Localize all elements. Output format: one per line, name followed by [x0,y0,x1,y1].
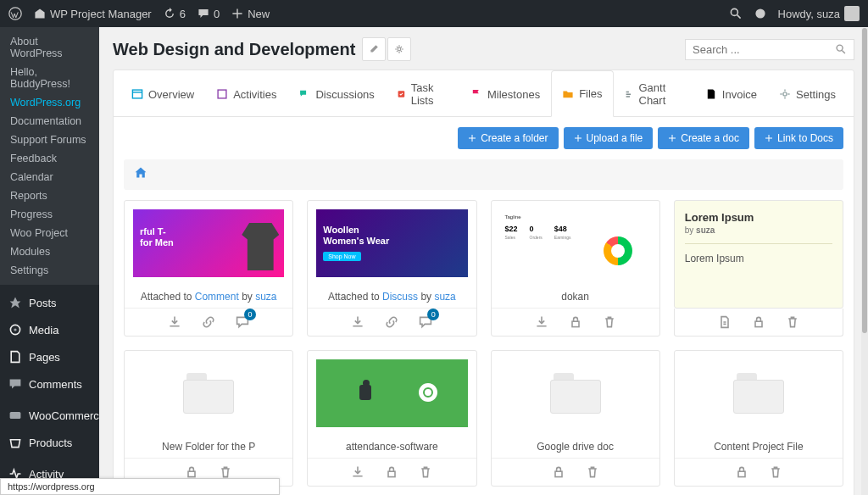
file-card[interactable]: Google drive doc [491,350,660,487]
sidebar-sub-item[interactable]: Feedback [0,149,99,168]
tab-files[interactable]: Files [551,70,613,117]
sidebar-menu-products[interactable]: Products [0,429,99,456]
comment-icon[interactable]: 0 [419,315,432,329]
sidebar-sub-item[interactable]: Support Forums [0,131,99,149]
file-card[interactable]: Tagline$22Sales0Orders$48Earningsdokan [491,200,660,336]
comments-count[interactable]: 0 [198,8,220,20]
tab-icon [779,88,791,100]
doc-title: Lorem Ipsum [685,211,832,224]
sidebar-sub-item[interactable]: Progress [0,205,99,224]
sidebar-menu-pages[interactable]: Pages [0,343,99,370]
file-thumb: Tagline$22Sales0Orders$48Earnings [492,201,659,286]
sidebar-menu-woocommerce[interactable]: WooCommerce [0,402,99,429]
file-thumb [675,351,843,436]
woo-icon [8,409,22,422]
download-icon[interactable] [351,315,364,329]
comment-icon[interactable]: 0 [236,315,249,329]
wp-logo[interactable] [8,7,22,20]
trash-icon[interactable] [586,465,599,479]
breadcrumb[interactable] [124,159,843,190]
file-thumb [308,351,476,436]
lock-icon[interactable] [185,465,198,479]
trash-icon[interactable] [769,465,782,479]
trash-icon[interactable] [603,315,616,329]
file-card[interactable]: WoollenWomen's WearShop NowAttached to D… [307,200,476,336]
tab-gantt-chart[interactable]: Gantt Chart [614,70,694,117]
scrollbar[interactable] [861,28,868,495]
new-content[interactable]: New [231,8,270,20]
sidebar-menu-posts[interactable]: Posts [0,289,99,316]
link-icon[interactable] [385,315,398,329]
sidebar-sub-item[interactable]: About WordPress [0,32,99,63]
svg-point-8 [398,47,402,51]
project-tabs: OverviewActivitiesDiscussionsTask ListsM… [114,70,854,117]
home-icon [134,166,147,180]
sidebar-menu-media[interactable]: Media [0,316,99,343]
tab-invoice[interactable]: Invoice [694,70,768,117]
download-icon[interactable] [168,315,181,329]
tab-icon [470,88,482,100]
download-icon[interactable] [535,315,548,329]
file-title: Google drive doc [492,436,659,458]
tab-discussions[interactable]: Discussions [287,70,385,117]
create-a-folder-button[interactable]: Create a folder [458,127,558,149]
user-link[interactable]: suza [434,291,455,303]
gear-icon[interactable] [387,37,411,61]
file-card[interactable]: New Folder for the P [124,350,293,487]
plus-icon [668,134,676,142]
sidebar-sub-item[interactable]: Woo Project [0,224,99,242]
lock-icon[interactable] [752,315,765,329]
sidebar-sub-item[interactable]: Modules [0,242,99,261]
product-icon [8,436,22,449]
trash-icon[interactable] [219,465,232,479]
search-box[interactable] [685,39,854,60]
svg-rect-18 [555,471,562,476]
status-bar: https://wordpress.org [0,478,280,495]
trash-icon[interactable] [786,315,799,329]
sidebar-menu-comments[interactable]: Comments [0,370,99,398]
tab-overview[interactable]: Overview [120,70,205,117]
sidebar-sub-item[interactable]: Reports [0,186,99,205]
file-card[interactable]: Content Project File [674,350,843,487]
doc-card[interactable]: Lorem Ipsumby suzaLorem Ipsum [674,200,843,309]
svg-rect-14 [572,321,579,326]
site-name[interactable]: WP Project Manager [34,8,152,20]
attachment-link[interactable]: Comment [195,291,239,303]
user-link[interactable]: suza [255,291,276,303]
link-to-docs-button[interactable]: Link to Docs [754,127,843,149]
download-icon[interactable] [351,465,364,479]
trash-icon[interactable] [419,465,432,479]
file-thumb: WoollenWomen's WearShop Now [308,201,476,286]
svg-point-13 [783,92,787,96]
howdy-user[interactable]: Howdy, suza [778,6,860,21]
link-icon[interactable] [202,315,215,329]
svg-rect-19 [738,471,745,476]
sidebar-sub-item[interactable]: Settings [0,261,99,280]
svg-point-2 [755,8,765,18]
notifications[interactable] [754,8,766,19]
tab-milestones[interactable]: Milestones [459,70,551,117]
count-badge: 0 [244,309,256,320]
file-card[interactable]: rful T-for MenAttached to Comment by suz… [124,200,293,336]
attachment-link[interactable]: Discuss [382,291,418,303]
sidebar-sub-item[interactable]: WordPress.org [0,93,99,112]
lock-icon[interactable] [385,465,398,479]
create-a-doc-button[interactable]: Create a doc [658,127,749,149]
svg-rect-15 [755,321,762,326]
sidebar-sub-item[interactable]: Hello, BuddyPress! [0,63,99,93]
doc-icon[interactable] [718,315,732,329]
revisions[interactable]: 6 [164,8,186,20]
tab-settings[interactable]: Settings [768,70,847,117]
upload-a-file-button[interactable]: Upload a file [564,127,654,149]
lock-icon[interactable] [735,465,748,479]
tab-task-lists[interactable]: Task Lists [386,70,459,117]
search-icon[interactable] [729,7,743,20]
lock-icon[interactable] [569,315,582,329]
sidebar-sub-item[interactable]: Calendar [0,168,99,186]
tab-activities[interactable]: Activities [205,70,287,117]
search-input[interactable] [693,43,835,56]
sidebar-sub-item[interactable]: Documentation [0,112,99,131]
edit-icon[interactable] [362,37,386,61]
lock-icon[interactable] [552,465,565,479]
file-card[interactable]: attendance-software [307,350,476,487]
